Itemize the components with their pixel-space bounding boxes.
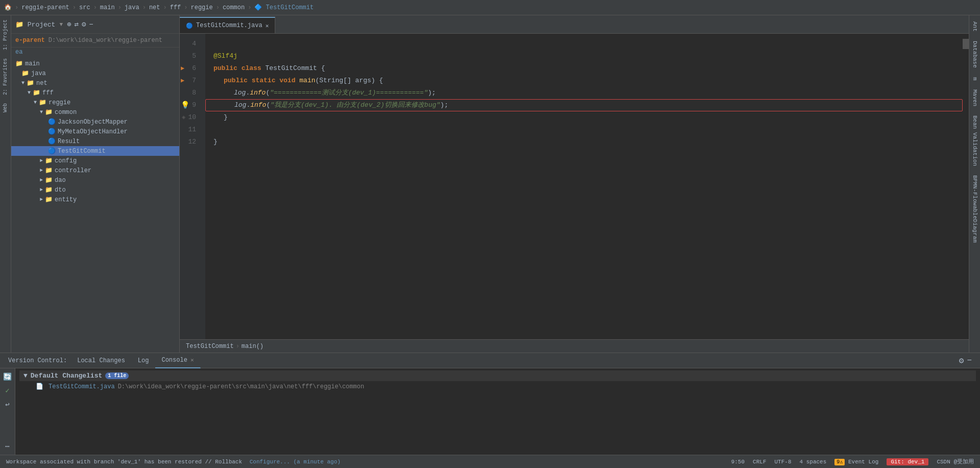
project-tab[interactable]: 1: Project [2,15,9,54]
bottom-panel: Version Control: Local Changes Log Conso… [0,353,980,455]
left-vertical-tab-strip: 1: Project 2: Favorites Web [0,15,11,353]
checkmark-icon[interactable]: ✓ [4,385,10,396]
bookmark-icon: ◈ [182,111,185,124]
line-ending: CRLF [753,459,766,465]
breadcrumb-bar: 🏠 › reggie-parent › src › main › java › … [0,0,980,15]
tree-reggie[interactable]: ▼ 📁 reggie [11,98,179,107]
line-10: ◈ 10 [180,111,200,124]
editor-tab-bar: 🔵 TestGitCommit.java ✕ [180,15,969,34]
code-line-7: public static void main ( String [] args… [205,75,963,87]
csdn-link[interactable]: CSDN @受加用 [937,458,974,465]
web-tab[interactable]: Web [2,99,9,116]
changelist-header[interactable]: ▼ Default Changelist 1 file [19,370,976,381]
settings-gear-icon[interactable]: ⚙ [959,356,964,366]
right-tab-maven[interactable]: Maven [971,85,979,110]
tree-jackson[interactable]: 🔵 JacksonObjectMapper [11,117,179,127]
changelist-name: Default Changelist [31,372,102,380]
right-tab-bpmn[interactable]: BPMN-FlowableDiagram [971,171,979,247]
tree-result[interactable]: 🔵 Result [11,136,179,146]
tree-testgitcommit[interactable]: 🔵 TestGitCommit [11,146,179,156]
code-line-10: } [205,111,963,124]
code-line-12: } [205,136,963,148]
editor-area: 🔵 TestGitCommit.java ✕ 4 5 ▶ 6 ▶ 7 8 [180,15,969,353]
right-tab-bean[interactable]: Bean Validation [971,111,979,170]
expand-more-icon[interactable]: ⋯ [4,441,10,452]
right-tab-database[interactable]: Database [971,37,979,72]
bottom-tab-log[interactable]: Log [132,353,156,368]
line-6: ▶ 6 [180,62,200,75]
run-gutter-icon-7[interactable]: ▶ [181,75,184,87]
bottom-content-area: ▼ Default Changelist 1 file 📄 TestGitCom… [15,368,980,455]
tree-net[interactable]: ▼ 📁 net [11,78,179,88]
indent-info: 4 spaces [800,459,827,465]
minimize-icon[interactable]: − [89,20,93,29]
tree-mymeta[interactable]: 🔵 MyMetaObjectHandler [11,127,179,136]
editor-scrollbar[interactable] [963,34,969,339]
settings-icon[interactable]: ⚙ [82,20,86,29]
breadcrumb-class[interactable]: TestGitCommit [186,343,234,350]
git-branch-badge[interactable]: Git: dev_1 [887,458,928,465]
status-bar: Workspace associated with branch 'dev_1'… [0,455,980,468]
configure-link[interactable]: Configure... (a minute ago) [250,459,341,465]
tree-fff[interactable]: ▼ 📁 fff [11,88,179,98]
favorites-tab[interactable]: 2: Favorites [2,54,9,99]
project-root: e-parent D:\work\idea_work\reggie-parent [11,34,179,48]
new-icon[interactable]: ⊕ [67,20,71,29]
changelist-toggle[interactable]: ▼ [23,372,28,380]
tree-controller[interactable]: ► 📁 controller [11,166,179,175]
tab-file-icon: 🔵 [186,22,193,29]
changelist-file-item[interactable]: 📄 TestGitCommit.java D:\work\idea_work\r… [19,381,976,392]
code-content[interactable]: @Slf4j public class TestGitCommit { publ… [205,34,963,339]
code-line-6: public class TestGitCommit { [205,62,963,75]
ea-item: ea [11,48,179,57]
breadcrumb-icon: 🏠 [4,4,12,11]
tree-dao[interactable]: ► 📁 dao [11,175,179,185]
right-sidebar: Ant Database m Maven Bean Validation BPM… [969,15,980,353]
console-close-button[interactable]: ✕ [190,357,194,363]
charset: UTF-8 [774,459,791,465]
project-sidebar: 📁 Project ▼ ⊕ ⇄ ⚙ − e-parent D:\work\ide… [11,15,180,353]
breadcrumb-method[interactable]: main() [242,343,264,350]
minimize-panel-icon[interactable]: − [967,356,972,365]
tree-main[interactable]: 📁 main [11,59,179,68]
right-tab-ant[interactable]: Ant [971,17,979,36]
line-number-gutter: 4 5 ▶ 6 ▶ 7 8 💡 9 ◈ 10 [180,34,205,339]
sync-icon[interactable]: ⇄ [74,20,78,29]
line-11: 11 [180,124,200,136]
bottom-tab-local-changes[interactable]: Local Changes [71,353,132,368]
status-message: Workspace associated with branch 'dev_1'… [6,459,731,465]
editor-tab-testgitcommit[interactable]: 🔵 TestGitCommit.java ✕ [180,17,275,33]
tab-close-button[interactable]: ✕ [266,22,269,29]
tree-dto[interactable]: ► 📁 dto [11,185,179,195]
changelist-filename: TestGitCommit.java [49,383,115,390]
changelist-count: 1 file [105,372,129,379]
refresh-icon[interactable]: 🔄 [2,371,13,382]
code-line-5: @Slf4j [205,50,963,62]
tree-entity[interactable]: ► 📁 entity [11,195,179,204]
version-control-label: Version Control: [4,357,71,364]
bottom-left-icon-strip: 🔄 ✓ ↩ ⋯ [0,368,15,455]
code-line-11 [205,124,963,136]
code-line-4 [205,38,963,50]
line-12: 12 [180,136,200,148]
log-label: Log [138,357,149,364]
code-line-9: log . info ( "我是分支(dev_1). 由分支(dev_2)切换回… [205,99,963,111]
bottom-tab-console[interactable]: Console ✕ [155,353,200,368]
run-gutter-icon[interactable]: ▶ [181,62,184,75]
tree-common[interactable]: ▼ 📁 common [11,107,179,117]
tree-java[interactable]: 📁 java [11,68,179,78]
editor-breadcrumb: TestGitCommit › main() [180,339,969,353]
line-5: 5 [180,50,200,62]
bulb-icon[interactable]: 💡 [181,99,189,111]
bottom-toolbar: ⚙ − [959,356,976,366]
code-editor[interactable]: 4 5 ▶ 6 ▶ 7 8 💡 9 ◈ 10 [180,34,969,339]
tree-config[interactable]: ► 📁 config [11,156,179,166]
event-log-button[interactable]: 9⚠ Event Log [834,459,878,465]
status-right-section: 9:50 CRLF UTF-8 4 spaces 9⚠ Event Log Gi… [731,458,974,465]
rollback-icon[interactable]: ↩ [4,399,10,410]
bottom-panel-inner: 🔄 ✓ ↩ ⋯ ▼ Default Changelist 1 file 📄 Te… [0,368,980,455]
changelist-filepath: D:\work\idea_work\reggie-parent\src\main… [118,383,364,390]
right-tab-m[interactable]: m [971,73,979,85]
line-8: 8 [180,87,200,99]
sidebar-header: 📁 Project ▼ ⊕ ⇄ ⚙ − [11,15,179,34]
